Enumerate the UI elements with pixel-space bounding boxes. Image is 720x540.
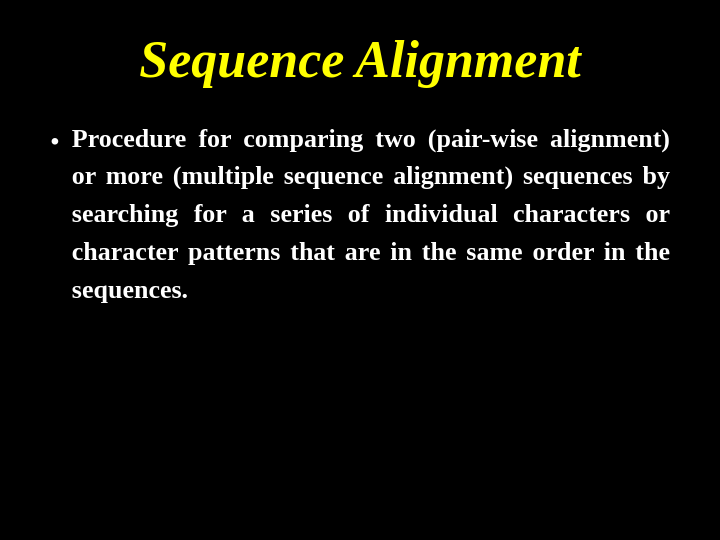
bullet-item: • Procedure for comparing two (pair-wise… bbox=[50, 120, 670, 308]
bullet-text: Procedure for comparing two (pair-wise a… bbox=[72, 120, 670, 308]
slide-container: Sequence Alignment • Procedure for compa… bbox=[0, 0, 720, 540]
bullet-dot: • bbox=[50, 122, 60, 161]
slide-title: Sequence Alignment bbox=[50, 30, 670, 90]
slide-content: • Procedure for comparing two (pair-wise… bbox=[50, 120, 670, 500]
